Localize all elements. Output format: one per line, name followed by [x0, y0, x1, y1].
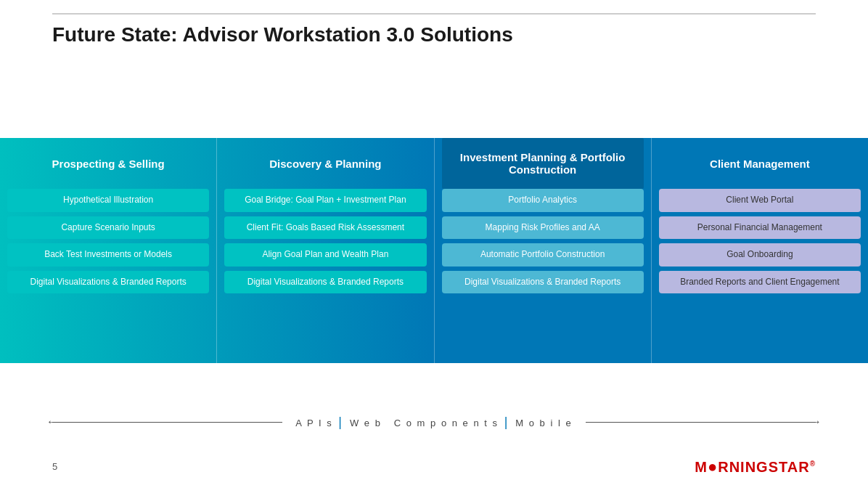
btn-hypothetical-illustration[interactable]: Hypothetical Illustration: [7, 189, 209, 212]
top-border: [52, 13, 816, 15]
btn-branded-reports[interactable]: Branded Reports and Client Engagement: [659, 271, 861, 294]
page-number: 5: [52, 461, 57, 472]
api-sep-1: |: [337, 415, 350, 429]
column-client: Client Management Client Web Portal Pers…: [652, 138, 868, 363]
web-components-label: W e b C o m p o n e n t s: [350, 418, 499, 428]
api-text: A P I s | W e b C o m p o n e n t s | M …: [282, 415, 585, 430]
page-title: Future State: Advisor Workstation 3.0 So…: [52, 23, 513, 46]
column-discovery: Discovery & Planning Goal Bridge: Goal P…: [217, 138, 433, 363]
btn-portfolio-analytics[interactable]: Portfolio Analytics: [442, 189, 644, 212]
col1-items: Hypothetical Illustration Capture Scenar…: [7, 189, 209, 301]
col2-header: Discovery & Planning: [224, 138, 426, 189]
col3-items: Portfolio Analytics Mapping Risk Profile…: [442, 189, 644, 301]
api-label: A P I s: [295, 418, 332, 428]
logo-text: M●RNINGSTAR®: [695, 458, 816, 476]
btn-auto-portfolio[interactable]: Automatic Portfolio Construction: [442, 243, 644, 267]
col3-header: Investment Planning & Portfolio Construc…: [442, 138, 644, 189]
btn-digital-viz-col3[interactable]: Digital Visualizations & Branded Reports: [442, 271, 644, 294]
api-sep-2: |: [503, 415, 516, 429]
morningstar-logo: M●RNINGSTAR®: [695, 458, 816, 476]
mobile-label: M o b i l e: [515, 418, 572, 428]
col4-header: Client Management: [659, 138, 861, 189]
btn-goal-bridge[interactable]: Goal Bridge: Goal Plan + Investment Plan: [224, 189, 426, 212]
col4-items: Client Web Portal Personal Financial Man…: [659, 189, 861, 301]
btn-client-portal[interactable]: Client Web Portal: [659, 189, 861, 212]
btn-mapping-risk[interactable]: Mapping Risk Profiles and AA: [442, 216, 644, 240]
column-prospecting: Prospecting & Selling Hypothetical Illus…: [0, 138, 216, 363]
main-banner: Prospecting & Selling Hypothetical Illus…: [0, 138, 868, 363]
btn-client-fit[interactable]: Client Fit: Goals Based Risk Assessment: [224, 216, 426, 240]
btn-personal-financial[interactable]: Personal Financial Management: [659, 216, 861, 240]
api-line-left: [52, 422, 282, 423]
col1-header: Prospecting & Selling: [7, 138, 209, 189]
btn-digital-viz-col1[interactable]: Digital Visualizations & Branded Reports: [7, 271, 209, 294]
col2-items: Goal Bridge: Goal Plan + Investment Plan…: [224, 189, 426, 301]
btn-back-test[interactable]: Back Test Investments or Models: [7, 243, 209, 267]
api-line-right: [586, 422, 816, 423]
api-bar: A P I s | W e b C o m p o n e n t s | M …: [52, 415, 816, 430]
slide: Future State: Advisor Workstation 3.0 So…: [0, 0, 868, 488]
column-investment: Investment Planning & Portfolio Construc…: [435, 138, 651, 363]
btn-align-goal[interactable]: Align Goal Plan and Wealth Plan: [224, 243, 426, 267]
btn-capture-scenario[interactable]: Capture Scenario Inputs: [7, 216, 209, 240]
btn-digital-viz-col2[interactable]: Digital Visualizations & Branded Reports: [224, 271, 426, 294]
btn-goal-onboarding[interactable]: Goal Onboarding: [659, 243, 861, 267]
